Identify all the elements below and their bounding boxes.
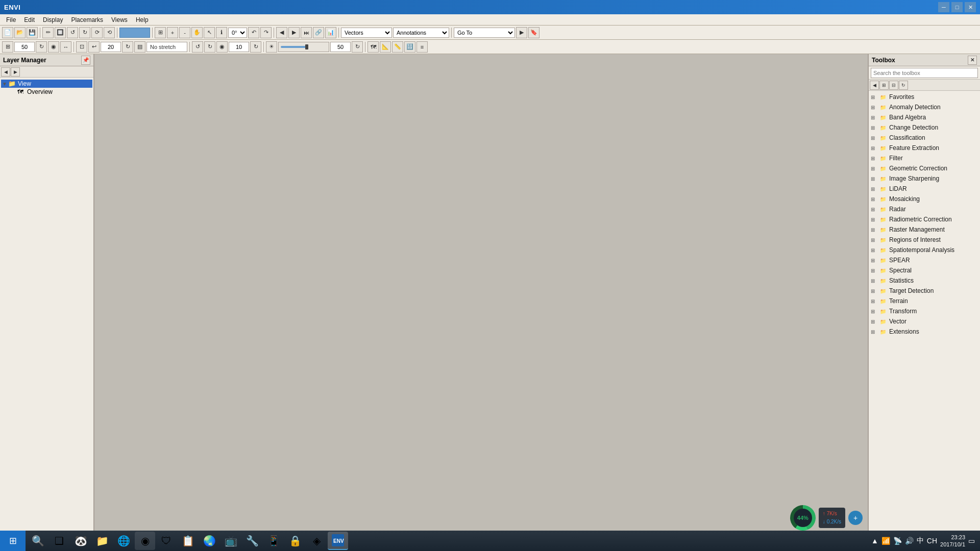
brightness-slider[interactable] [278, 42, 329, 52]
toolbox-item-spear[interactable]: ⊞ 📁 SPEAR [869, 255, 980, 265]
taskbar-clock[interactable]: 23:23 2017/10/1 [940, 534, 965, 548]
minimize-button[interactable]: ─ [938, 2, 949, 12]
toolbox-item-vector[interactable]: ⊞ 📁 Vector [869, 316, 980, 327]
toolbox-refresh[interactable]: ↻ [899, 81, 908, 90]
tool2-btn6[interactable]: ▤ [134, 41, 145, 53]
tree-toggle-view[interactable]: ▼ [2, 81, 8, 87]
toolbox-item-extensions[interactable]: ⊞ 📁 Extensions [869, 327, 980, 337]
zoom-out[interactable]: - [179, 27, 190, 38]
taskbar-browser2[interactable]: 🌏 [199, 532, 219, 550]
tray-lang[interactable]: CH [927, 537, 937, 545]
brightness-input[interactable] [330, 42, 351, 52]
step-frame[interactable]: ⏭ [301, 27, 312, 38]
toolbox-item-anomaly-detection[interactable]: ⊞ 📁 Anomaly Detection [869, 102, 980, 112]
toolbox-pin[interactable]: ✕ [968, 56, 977, 65]
monitor-button[interactable]: + [848, 511, 863, 525]
pan-btn[interactable]: ✋ [191, 27, 203, 38]
toolbox-item-lidar[interactable]: ⊞ 📁 LiDAR [869, 184, 980, 194]
toolbox-collapse[interactable]: ⊟ [889, 81, 898, 90]
canvas-area[interactable]: 44% ↑ 7K/s ↓ 0.2K/s + [94, 54, 868, 536]
close-button[interactable]: ✕ [965, 2, 976, 12]
toolbox-item-image-sharpening[interactable]: ⊞ 📁 Image Sharpening [869, 173, 980, 184]
select-btn[interactable]: ↖ [204, 27, 215, 38]
maximize-button[interactable]: □ [951, 2, 963, 12]
goto-btn[interactable]: ▶ [516, 27, 527, 38]
tool2-btn8[interactable]: ↻ [204, 41, 215, 53]
tool2-btn5[interactable]: ↩ [88, 41, 100, 53]
toolbox-item-geometric-correction[interactable]: ⊞ 📁 Geometric Correction [869, 163, 980, 173]
toolbox-item-regions-of-interest[interactable]: ⊞ 📁 Regions of Interest [869, 235, 980, 245]
taskbar-tools[interactable]: 🔧 [242, 532, 262, 550]
save-button[interactable]: 💾 [27, 27, 38, 38]
tree-item-view[interactable]: ▼ 📁 View [1, 80, 92, 88]
zoom-select[interactable]: 0° [228, 28, 247, 38]
taskbar-vpn[interactable]: 🛡 [156, 532, 177, 550]
info-btn[interactable]: ℹ [216, 27, 227, 38]
taskbar-explorer[interactable]: 📁 [92, 532, 112, 550]
toolbox-item-target-detection[interactable]: ⊞ 📁 Target Detection [869, 286, 980, 296]
prev-frame[interactable]: ◀ [276, 27, 287, 38]
tool-btn6[interactable]: ⟲ [104, 27, 115, 38]
tool-btn5[interactable]: ⟳ [91, 27, 103, 38]
toolbox-back[interactable]: ◀ [870, 81, 879, 90]
rotate-right[interactable]: ↷ [260, 27, 272, 38]
toolbox-item-feature-extraction[interactable]: ⊞ 📁 Feature Extraction [869, 143, 980, 153]
goto-dropdown[interactable]: Go To [454, 28, 515, 38]
layer-manager-pin[interactable]: 📌 [81, 56, 90, 65]
taskbar-search[interactable]: 🔍 [28, 532, 48, 550]
toolbox-item-statistics[interactable]: ⊞ 📁 Statistics [869, 276, 980, 286]
bookmark-btn[interactable]: 🔖 [528, 27, 540, 38]
tool-btn1[interactable]: ✏ [42, 27, 54, 38]
tree-item-overview[interactable]: 🗺 Overview [1, 88, 92, 96]
open-button[interactable]: 📂 [14, 27, 26, 38]
menu-edit[interactable]: Edit [20, 15, 39, 24]
tray-input[interactable]: 中 [917, 536, 924, 545]
tool2-btn14[interactable]: 🔢 [404, 41, 415, 53]
taskbar-mobile[interactable]: 📱 [263, 532, 284, 550]
taskbar-panda[interactable]: 🐼 [70, 532, 91, 550]
toolbox-item-spectral[interactable]: ⊞ 📁 Spectral [869, 265, 980, 276]
tool2-btn10[interactable]: ☀ [266, 41, 277, 53]
taskbar-app14[interactable]: ◈ [306, 532, 327, 550]
taskbar-browser1[interactable]: 🌐 [113, 532, 134, 550]
toolbox-item-radiometric-correction[interactable]: ⊞ 📁 Radiometric Correction [869, 214, 980, 224]
menu-display[interactable]: Display [39, 15, 67, 24]
tray-wifi[interactable]: 📡 [893, 537, 902, 545]
toolbox-item-change-detection[interactable]: ⊞ 📁 Change Detection [869, 122, 980, 133]
toolbox-item-raster-management[interactable]: ⊞ 📁 Raster Management [869, 224, 980, 235]
next-frame[interactable]: ▶ [288, 27, 300, 38]
layer-expand-all[interactable]: ▶ [11, 67, 20, 77]
taskbar-chrome[interactable]: ◉ [135, 532, 155, 550]
tool2-btn15[interactable]: ≡ [416, 41, 428, 53]
color-selector[interactable] [119, 28, 150, 38]
tool2-btn11[interactable]: 🗺 [368, 41, 379, 53]
rotate-left[interactable]: ↶ [248, 27, 259, 38]
toolbox-search-input[interactable] [871, 68, 978, 78]
tool2-btn7[interactable]: ↺ [192, 41, 203, 53]
zoom-input1[interactable] [14, 42, 35, 52]
taskbar-lock[interactable]: 🔒 [285, 532, 305, 550]
toolbox-item-band-algebra[interactable]: ⊞ 📁 Band Algebra [869, 112, 980, 122]
menu-views[interactable]: Views [107, 15, 132, 24]
tray-volume[interactable]: 🔊 [905, 537, 914, 545]
tool2-btn3[interactable]: ↔ [60, 41, 71, 53]
taskbar-view[interactable]: ❑ [49, 532, 69, 550]
toolbox-expand[interactable]: ⊞ [879, 81, 889, 90]
profile-btn[interactable]: 📊 [325, 27, 336, 38]
zoom-apply2[interactable]: ↻ [122, 41, 133, 53]
tray-network[interactable]: 📶 [881, 537, 890, 545]
zoom-input2[interactable] [101, 42, 121, 52]
zoom-in[interactable]: + [167, 27, 178, 38]
menu-file[interactable]: File [2, 15, 20, 24]
toolbox-item-spatiotemporal-analysis[interactable]: ⊞ 📁 Spatiotemporal Analysis [869, 245, 980, 255]
taskbar-media[interactable]: 📺 [220, 532, 241, 550]
tray-arrow[interactable]: ▲ [871, 537, 878, 545]
toolbox-item-favorites[interactable]: ⊞ 📁 Favorites [869, 92, 980, 102]
link-btn[interactable]: 🔗 [313, 27, 324, 38]
zoom-apply1[interactable]: ↻ [36, 41, 47, 53]
tool-btn3[interactable]: ↺ [67, 27, 78, 38]
new-button[interactable]: 📄 [2, 27, 13, 38]
brightness-apply[interactable]: ↻ [352, 41, 363, 53]
opacity-apply[interactable]: ↻ [250, 41, 261, 53]
opacity-input[interactable] [229, 42, 249, 52]
